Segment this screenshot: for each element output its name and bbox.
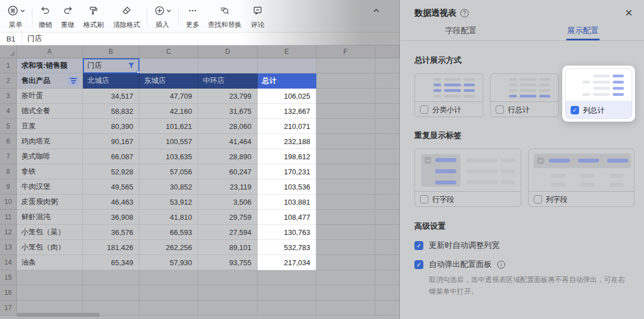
row-number[interactable]: 12 bbox=[0, 225, 17, 240]
product-cell[interactable]: 小笼包（肉） bbox=[17, 240, 83, 255]
cell[interactable] bbox=[375, 58, 399, 73]
cell[interactable] bbox=[375, 240, 399, 255]
fill-handle[interactable] bbox=[137, 71, 139, 73]
select-all-corner[interactable] bbox=[0, 45, 17, 58]
cell[interactable] bbox=[316, 134, 375, 149]
cell[interactable] bbox=[198, 285, 258, 300]
value-cell[interactable]: 66,593 bbox=[139, 225, 198, 240]
cell[interactable] bbox=[316, 210, 375, 225]
option-card-subtotal[interactable]: 分类小计 bbox=[414, 73, 483, 117]
row-field-filter-icon[interactable] bbox=[68, 76, 79, 86]
row-number[interactable]: 4 bbox=[0, 104, 17, 119]
help-icon[interactable]: ? bbox=[460, 9, 469, 17]
cell[interactable] bbox=[17, 285, 83, 300]
cell[interactable] bbox=[258, 285, 316, 300]
cell[interactable] bbox=[198, 270, 258, 285]
pivot-value-header-cell[interactable]: 求和项:销售额 bbox=[17, 58, 83, 73]
cell[interactable] bbox=[375, 149, 399, 164]
option-card-column-total[interactable]: 列总计 bbox=[565, 68, 632, 119]
find-replace-button[interactable]: 查找和替换 bbox=[203, 4, 246, 29]
grand-total-cell[interactable]: 532,783 bbox=[258, 240, 316, 255]
column-total-checkbox[interactable] bbox=[571, 106, 579, 114]
value-cell[interactable]: 103,635 bbox=[139, 149, 198, 164]
product-cell[interactable]: 拿铁 bbox=[17, 164, 83, 179]
value-cell[interactable]: 93,755 bbox=[198, 255, 258, 270]
tab-display-config[interactable]: 展示配置 bbox=[522, 21, 644, 40]
cell[interactable] bbox=[139, 300, 198, 316]
cell[interactable] bbox=[316, 195, 375, 210]
value-cell[interactable]: 28,060 bbox=[198, 119, 258, 134]
row-number[interactable]: 11 bbox=[0, 210, 17, 225]
cell[interactable] bbox=[375, 89, 399, 104]
format-painter-button[interactable]: 格式刷 bbox=[80, 4, 107, 29]
tab-field-config[interactable]: 字段配置 bbox=[400, 21, 522, 40]
cell[interactable] bbox=[316, 58, 375, 73]
option-card-row-fields[interactable]: 行字段 bbox=[414, 149, 521, 207]
row-total-checkbox[interactable] bbox=[496, 105, 504, 114]
cell[interactable] bbox=[375, 179, 399, 195]
value-cell[interactable]: 46,463 bbox=[83, 195, 139, 210]
row-number[interactable]: 8 bbox=[0, 164, 17, 179]
formula-input[interactable]: 门店 bbox=[22, 34, 42, 44]
product-cell[interactable]: 茶叶蛋 bbox=[17, 89, 83, 104]
cell[interactable] bbox=[375, 225, 399, 240]
value-cell[interactable]: 41,464 bbox=[198, 134, 258, 149]
cell[interactable] bbox=[316, 225, 375, 240]
cell[interactable] bbox=[316, 179, 375, 195]
store-header-cell[interactable]: 北城店 bbox=[83, 73, 139, 89]
grand-total-cell[interactable]: 210,071 bbox=[258, 119, 316, 134]
row-number[interactable]: 16 bbox=[0, 285, 17, 300]
cell[interactable] bbox=[139, 270, 198, 285]
value-cell[interactable]: 47,709 bbox=[139, 89, 198, 104]
row-number[interactable]: 9 bbox=[0, 179, 17, 195]
column-header-e[interactable]: E bbox=[258, 45, 316, 58]
value-cell[interactable]: 65,349 bbox=[83, 255, 139, 270]
row-number[interactable]: 5 bbox=[0, 119, 17, 134]
cell[interactable] bbox=[316, 270, 375, 285]
value-cell[interactable]: 262,256 bbox=[139, 240, 198, 255]
row-number[interactable]: 6 bbox=[0, 134, 17, 149]
collapse-toolbar-button[interactable] bbox=[368, 3, 384, 18]
grand-total-cell[interactable]: 198,612 bbox=[258, 149, 316, 164]
row-number[interactable]: 10 bbox=[0, 195, 17, 210]
value-cell[interactable]: 57,930 bbox=[139, 255, 198, 270]
redo-button[interactable]: 重做 bbox=[58, 4, 78, 29]
value-cell[interactable]: 31,675 bbox=[198, 104, 258, 119]
value-cell[interactable]: 28,890 bbox=[198, 149, 258, 164]
pivot-row-field-cell[interactable]: 售出产品 bbox=[17, 73, 83, 89]
cell[interactable] bbox=[139, 58, 198, 73]
cell[interactable] bbox=[17, 270, 83, 285]
product-cell[interactable]: 油条 bbox=[17, 255, 83, 270]
grand-total-cell[interactable]: 103,881 bbox=[258, 195, 316, 210]
clear-format-button[interactable]: 清除格式 bbox=[109, 4, 144, 29]
product-cell[interactable]: 皮蛋瘦肉粥 bbox=[17, 195, 83, 210]
close-icon[interactable]: ✕ bbox=[625, 8, 633, 18]
value-cell[interactable]: 23,799 bbox=[198, 89, 258, 104]
cell[interactable] bbox=[316, 149, 375, 164]
column-header-f[interactable]: F bbox=[316, 45, 375, 58]
value-cell[interactable]: 27,594 bbox=[198, 225, 258, 240]
filter-funnel-icon[interactable] bbox=[128, 62, 135, 70]
value-cell[interactable]: 66,087 bbox=[83, 149, 139, 164]
row-number[interactable]: 13 bbox=[0, 240, 17, 255]
grand-total-cell[interactable]: 217,034 bbox=[258, 255, 316, 270]
grand-total-cell[interactable]: 106,025 bbox=[258, 89, 316, 104]
cell[interactable] bbox=[316, 300, 375, 316]
value-cell[interactable]: 101,621 bbox=[139, 119, 198, 134]
row-number[interactable]: 1 bbox=[0, 58, 17, 73]
product-cell[interactable]: 小笼包（菜） bbox=[17, 225, 83, 240]
cell[interactable] bbox=[375, 285, 399, 300]
cell-reference-box[interactable]: B1 bbox=[0, 33, 22, 45]
value-cell[interactable]: 36,908 bbox=[83, 210, 139, 225]
cell[interactable] bbox=[375, 104, 399, 119]
cell[interactable] bbox=[316, 119, 375, 134]
more-button[interactable]: 更多 bbox=[183, 4, 203, 29]
undo-button[interactable]: 撤销 bbox=[35, 4, 55, 29]
value-cell[interactable]: 80,390 bbox=[83, 119, 139, 134]
value-cell[interactable]: 30,852 bbox=[139, 179, 198, 195]
grand-total-header-cell[interactable]: 总计 bbox=[258, 73, 316, 89]
cell[interactable] bbox=[375, 195, 399, 210]
row-fields-checkbox[interactable] bbox=[420, 195, 428, 204]
cell[interactable] bbox=[258, 58, 316, 73]
cell[interactable] bbox=[375, 270, 399, 285]
